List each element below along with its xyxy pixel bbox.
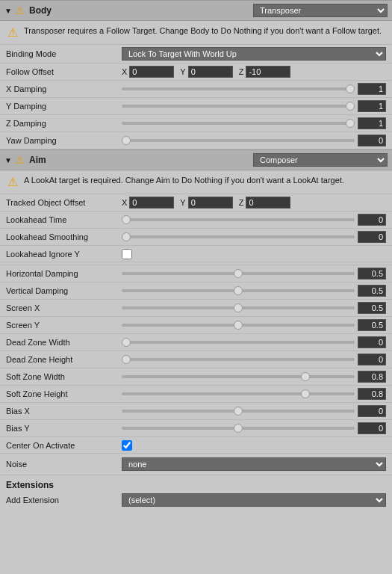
body-arrow-icon[interactable]: ▼ bbox=[4, 7, 12, 14]
body-title: Body bbox=[29, 5, 253, 16]
body-warning-text: Transposer requires a Follow Target. Cha… bbox=[24, 25, 382, 37]
center-on-activate-label: Center On Activate bbox=[6, 441, 122, 450]
aim-dropdown[interactable]: Composer bbox=[253, 153, 388, 167]
soft-zone-width-label: Soft Zone Width bbox=[6, 372, 122, 381]
binding-mode-label: Binding Mode bbox=[6, 49, 122, 58]
bias-x-value[interactable] bbox=[358, 405, 386, 417]
dead-zone-width-slider[interactable] bbox=[122, 341, 355, 344]
screen-x-row: Screen X bbox=[0, 300, 392, 317]
extensions-section: Extensions Add Extension (select) bbox=[0, 475, 392, 511]
y-damping-slider[interactable] bbox=[122, 105, 355, 108]
aim-header: ▼ ⚠ Aim Composer bbox=[0, 149, 392, 170]
follow-offset-z-input[interactable] bbox=[246, 66, 290, 78]
body-warning-icon: ⚠ bbox=[15, 4, 25, 16]
y-damping-value[interactable] bbox=[358, 100, 386, 112]
x-damping-label: X Damping bbox=[6, 84, 122, 93]
center-on-activate-checkbox[interactable] bbox=[122, 440, 132, 451]
bias-y-slider[interactable] bbox=[122, 427, 355, 430]
y-damping-row: Y Damping bbox=[0, 98, 392, 115]
follow-offset-x-label: X bbox=[122, 67, 127, 76]
dead-zone-height-row: Dead Zone Height bbox=[0, 351, 392, 368]
noise-row: Noise none bbox=[0, 454, 392, 475]
yaw-damping-slider[interactable] bbox=[122, 139, 355, 142]
soft-zone-height-value[interactable] bbox=[358, 388, 386, 400]
tracked-offset-x-input[interactable] bbox=[129, 197, 174, 209]
tracked-offset-row: Tracked Object Offset X Y Z bbox=[0, 194, 392, 212]
screen-x-slider-wrapper bbox=[122, 302, 386, 314]
lookahead-ignore-y-label: Lookahead Ignore Y bbox=[6, 250, 122, 259]
bias-x-slider[interactable] bbox=[122, 410, 355, 413]
follow-offset-y-input[interactable] bbox=[188, 66, 233, 78]
x-damping-row: X Damping bbox=[0, 81, 392, 98]
follow-offset-label: Follow Offset bbox=[6, 67, 122, 76]
dead-zone-height-slider-wrapper bbox=[122, 354, 386, 365]
z-damping-row: Z Damping bbox=[0, 115, 392, 132]
body-dropdown[interactable]: Transposer bbox=[253, 4, 388, 17]
lookahead-time-value[interactable] bbox=[358, 214, 386, 226]
horizontal-damping-label: Horizontal Damping bbox=[6, 269, 122, 278]
screen-x-slider[interactable] bbox=[122, 306, 355, 309]
tracked-offset-z-input[interactable] bbox=[246, 197, 290, 209]
soft-zone-width-slider-wrapper bbox=[122, 371, 386, 383]
body-warning-box: ⚠ Transposer requires a Follow Target. C… bbox=[0, 21, 392, 45]
y-damping-label: Y Damping bbox=[6, 102, 122, 111]
bias-y-value[interactable] bbox=[358, 422, 386, 434]
bias-x-slider-wrapper bbox=[122, 405, 386, 417]
soft-zone-width-value[interactable] bbox=[358, 371, 386, 383]
screen-y-slider[interactable] bbox=[122, 324, 355, 327]
aim-warning-text: A LookAt target is required. Change Aim … bbox=[24, 175, 344, 186]
noise-select[interactable]: none bbox=[122, 457, 386, 471]
binding-mode-select[interactable]: Lock To Target With World Up bbox=[122, 47, 386, 61]
binding-mode-row: Binding Mode Lock To Target With World U… bbox=[0, 45, 392, 64]
lookahead-time-slider-wrapper bbox=[122, 214, 386, 226]
dead-zone-height-slider[interactable] bbox=[122, 358, 355, 361]
aim-arrow-icon[interactable]: ▼ bbox=[4, 156, 12, 164]
z-damping-label: Z Damping bbox=[6, 119, 122, 128]
screen-x-value[interactable] bbox=[358, 302, 386, 314]
dead-zone-width-row: Dead Zone Width bbox=[0, 334, 392, 351]
lookahead-smoothing-row: Lookahead Smoothing bbox=[0, 229, 392, 246]
bias-y-row: Bias Y bbox=[0, 420, 392, 437]
vertical-damping-value[interactable] bbox=[358, 285, 386, 297]
tracked-y-label: Y bbox=[180, 198, 185, 207]
vertical-damping-slider[interactable] bbox=[122, 289, 355, 292]
yaw-damping-value[interactable] bbox=[358, 135, 386, 146]
soft-zone-height-slider[interactable] bbox=[122, 392, 355, 395]
lookahead-time-label: Lookahead Time bbox=[6, 215, 122, 224]
lookahead-ignore-y-checkbox[interactable] bbox=[122, 249, 132, 259]
lookahead-smoothing-slider-wrapper bbox=[122, 231, 386, 243]
screen-y-label: Screen Y bbox=[6, 321, 122, 330]
yaw-damping-label: Yaw Damping bbox=[6, 136, 122, 145]
bias-x-label: Bias X bbox=[6, 407, 122, 416]
tracked-offset-y-input[interactable] bbox=[188, 197, 233, 209]
follow-offset-x-input[interactable] bbox=[129, 66, 174, 78]
dead-zone-width-value[interactable] bbox=[358, 336, 386, 348]
horizontal-damping-slider[interactable] bbox=[122, 272, 355, 275]
add-extension-select[interactable]: (select) bbox=[122, 493, 386, 507]
bias-y-slider-wrapper bbox=[122, 422, 386, 434]
lookahead-time-slider[interactable] bbox=[122, 218, 355, 221]
vertical-damping-slider-wrapper bbox=[122, 285, 386, 297]
lookahead-smoothing-label: Lookahead Smoothing bbox=[6, 232, 122, 241]
follow-offset-y-label: Y bbox=[180, 67, 185, 76]
x-damping-slider[interactable] bbox=[122, 87, 355, 90]
aim-title: Aim bbox=[29, 155, 253, 165]
horizontal-damping-value[interactable] bbox=[358, 268, 386, 280]
z-damping-slider[interactable] bbox=[122, 122, 355, 125]
screen-y-value[interactable] bbox=[358, 319, 386, 331]
z-damping-value[interactable] bbox=[358, 117, 386, 129]
soft-zone-height-row: Soft Zone Height bbox=[0, 386, 392, 403]
dead-zone-height-value[interactable] bbox=[358, 354, 386, 365]
x-damping-value[interactable] bbox=[358, 83, 386, 95]
lookahead-smoothing-value[interactable] bbox=[358, 231, 386, 243]
follow-offset-xyz: X Y Z bbox=[122, 66, 386, 78]
soft-zone-width-slider[interactable] bbox=[122, 375, 355, 378]
horizontal-damping-row: Horizontal Damping bbox=[0, 265, 392, 283]
tracked-x-label: X bbox=[122, 198, 127, 207]
add-extension-row: Add Extension (select) bbox=[6, 493, 386, 507]
dead-zone-width-slider-wrapper bbox=[122, 336, 386, 348]
aim-warning-icon: ⚠ bbox=[15, 154, 25, 166]
dead-zone-width-label: Dead Zone Width bbox=[6, 338, 122, 347]
lookahead-smoothing-slider[interactable] bbox=[122, 235, 355, 238]
tracked-z-label: Z bbox=[239, 198, 244, 207]
